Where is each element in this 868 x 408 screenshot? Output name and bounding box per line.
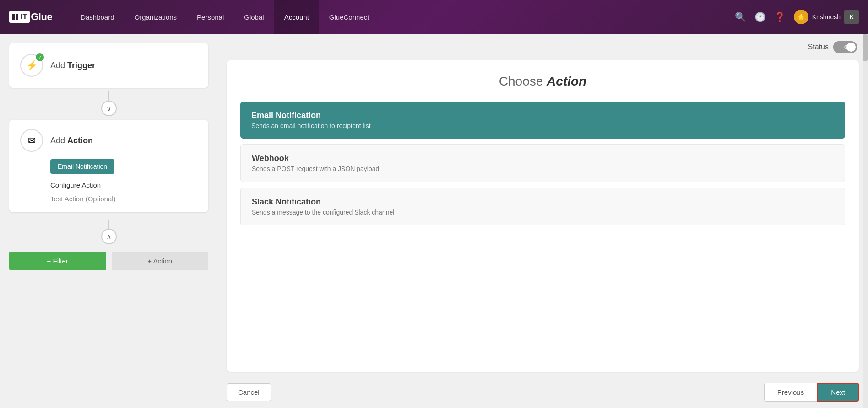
nav-account[interactable]: Account [274, 0, 319, 34]
add-filter-button[interactable]: + Filter [9, 252, 106, 270]
nav-links: Dashboard Organizations Personal Global … [71, 0, 735, 34]
collapse-trigger-button[interactable]: ∨ [101, 101, 117, 116]
configure-action-step: Configure Action [50, 179, 101, 191]
nav-global[interactable]: Global [234, 0, 274, 34]
toggle-off-text: OFF [844, 44, 854, 50]
user-initials-icon: K [844, 10, 859, 24]
logo-glue-text: Glue [31, 11, 52, 23]
logo-grid-icon [12, 14, 18, 20]
logo[interactable]: IT Glue [9, 11, 52, 23]
connector-line-top [108, 91, 109, 101]
connector-down: ∨ [9, 91, 208, 116]
dialog-area: Choose Action Email Notification Sends a… [217, 60, 868, 376]
bottom-buttons: + Filter + Action [9, 252, 208, 270]
nav-organizations[interactable]: Organizations [125, 0, 187, 34]
email-notification-button[interactable]: Email Notification [50, 159, 114, 174]
slack-notification-option-desc: Sends a message to the configured Slack … [252, 209, 834, 216]
dialog-title: Choose Action [240, 74, 845, 89]
left-panel: ⚡ ✓ Add Trigger ∨ ✉ Add Action [0, 34, 217, 408]
connector-line-bottom [108, 220, 109, 229]
user-menu[interactable]: 🌟 Krishnesh K [794, 10, 859, 24]
action-label: Add Action [50, 136, 93, 145]
logo-it-text: IT [21, 13, 27, 21]
choose-action-dialog: Choose Action Email Notification Sends a… [227, 60, 859, 372]
connector-bottom: ∧ [9, 220, 208, 244]
webhook-option[interactable]: Webhook Sends a POST request with a JSON… [240, 144, 845, 182]
webhook-option-title: Webhook [252, 154, 834, 163]
slack-notification-option[interactable]: Slack Notification Sends a message to th… [240, 188, 845, 225]
email-notification-option[interactable]: Email Notification Sends an email notifi… [240, 102, 845, 139]
status-bar: Status OFF [217, 34, 868, 60]
action-card: ✉ Add Action Email Notification Configur… [9, 120, 208, 212]
navbar: IT Glue Dashboard Organizations Personal… [0, 0, 868, 34]
dialog-footer: Cancel Previous Next [217, 376, 868, 408]
right-panel: Status OFF Choose Action Email Notificat… [217, 34, 868, 408]
nav-icons: 🔍 🕐 ❓ 🌟 Krishnesh K [735, 10, 859, 24]
email-notification-option-title: Email Notification [251, 111, 834, 120]
scrollbar[interactable] [863, 34, 868, 408]
nav-personal[interactable]: Personal [187, 0, 234, 34]
footer-right: Previous Next [764, 383, 859, 402]
slack-notification-option-title: Slack Notification [252, 197, 834, 207]
trigger-step: ⚡ ✓ Add Trigger [20, 54, 197, 77]
add-action-button[interactable]: + Action [112, 252, 209, 270]
help-icon[interactable]: ❓ [774, 11, 786, 22]
history-icon[interactable]: 🕐 [754, 11, 766, 22]
trigger-label: Add Trigger [50, 61, 95, 70]
trigger-icon: ⚡ ✓ [20, 54, 43, 77]
test-action-step: Test Action (Optional) [50, 193, 116, 204]
status-toggle[interactable]: OFF [833, 41, 857, 53]
nav-dashboard[interactable]: Dashboard [71, 0, 124, 34]
action-icon: ✉ [20, 129, 43, 152]
webhook-option-desc: Sends a POST request with a JSON payload [252, 165, 834, 172]
next-button[interactable]: Next [817, 383, 859, 402]
main-content: ⚡ ✓ Add Trigger ∨ ✉ Add Action [0, 34, 868, 408]
logo-box: IT [9, 11, 30, 23]
search-icon[interactable]: 🔍 [735, 11, 746, 22]
user-name: Krishnesh [812, 13, 841, 21]
status-label: Status [808, 43, 829, 51]
action-steps-list: Email Notification Configure Action Test… [20, 159, 197, 203]
email-notification-option-desc: Sends an email notification to recipient… [251, 122, 834, 129]
scrollbar-thumb[interactable] [863, 34, 868, 61]
check-badge-icon: ✓ [36, 53, 44, 61]
user-avatar-icon: 🌟 [794, 10, 808, 24]
nav-glueconnect[interactable]: GlueConnect [319, 0, 380, 34]
previous-button[interactable]: Previous [764, 383, 817, 402]
trigger-card: ⚡ ✓ Add Trigger [9, 43, 208, 88]
cancel-button[interactable]: Cancel [227, 383, 271, 401]
action-step-header: ✉ Add Action [20, 129, 197, 152]
collapse-action-button[interactable]: ∧ [101, 229, 117, 244]
